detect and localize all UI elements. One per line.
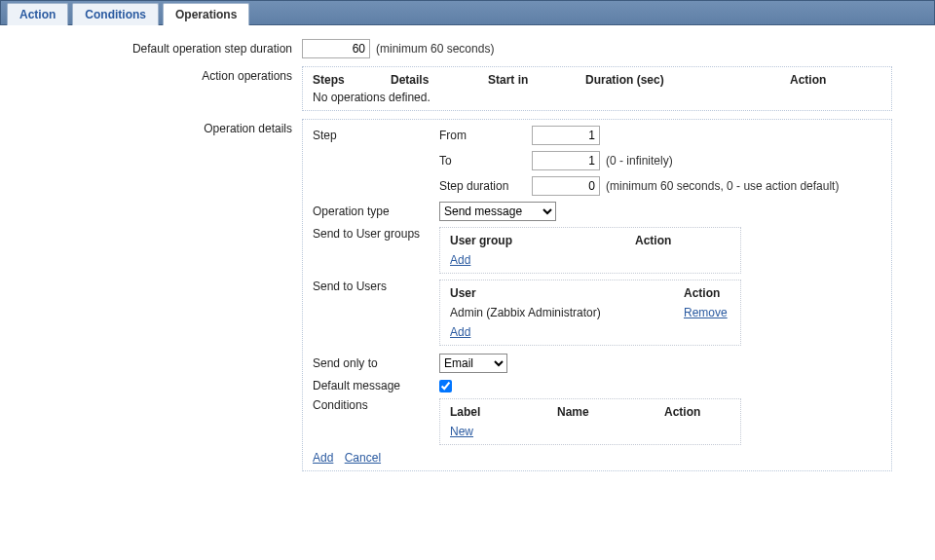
col-duration: Duration (sec) — [585, 73, 790, 87]
input-default-step-duration[interactable] — [302, 39, 370, 58]
user-groups-panel: User group Action Add — [439, 227, 741, 274]
link-cancel-operation[interactable]: Cancel — [345, 451, 381, 465]
col-ug-action: Action — [635, 234, 671, 247]
col-cond-label: Label — [450, 405, 557, 419]
no-operations-text: No operations defined. — [313, 91, 881, 104]
select-operation-type[interactable]: Send message — [439, 202, 556, 221]
label-default-message: Default message — [313, 379, 439, 392]
label-step-duration: Step duration — [439, 179, 532, 193]
label-from: From — [439, 129, 532, 142]
input-step-duration[interactable] — [532, 176, 600, 196]
action-operations-panel: Steps Details Start in Duration (sec) Ac… — [302, 66, 892, 111]
col-action: Action — [790, 73, 826, 87]
label-to: To — [439, 154, 532, 168]
hint-infinite: (0 - infinitely) — [606, 154, 673, 168]
user-name: Admin (Zabbix Administrator) — [450, 306, 684, 319]
input-step-from[interactable] — [532, 126, 600, 145]
label-send-user-groups: Send to User groups — [313, 227, 439, 241]
link-add-operation[interactable]: Add — [313, 451, 333, 465]
label-step: Step — [313, 129, 439, 142]
label-conditions: Conditions — [313, 398, 439, 412]
col-steps: Steps — [313, 73, 391, 87]
hint-step-duration: (minimum 60 seconds, 0 - use action defa… — [606, 179, 839, 193]
user-row: Admin (Zabbix Administrator) Remove — [450, 306, 730, 319]
label-default-step-duration: Default operation step duration — [19, 39, 302, 56]
link-add-user-group[interactable]: Add — [450, 253, 470, 267]
link-add-user[interactable]: Add — [450, 325, 470, 339]
label-send-users: Send to Users — [313, 280, 439, 293]
content-area: Default operation step duration (minimum… — [0, 25, 935, 493]
label-send-only-to: Send only to — [313, 356, 439, 370]
tab-operations[interactable]: Operations — [163, 3, 249, 25]
conditions-panel: Label Name Action New — [439, 398, 741, 445]
tab-conditions[interactable]: Conditions — [72, 3, 159, 25]
tab-bar: Action Conditions Operations — [0, 0, 935, 25]
tab-action[interactable]: Action — [7, 3, 68, 25]
col-cond-action: Action — [664, 405, 700, 419]
col-details: Details — [391, 73, 488, 87]
hint-min60: (minimum 60 seconds) — [376, 42, 494, 56]
col-user-group: User group — [450, 234, 635, 247]
input-step-to[interactable] — [532, 151, 600, 170]
users-panel: User Action Admin (Zabbix Administrator)… — [439, 280, 741, 346]
label-operation-details: Operation details — [19, 119, 302, 135]
col-cond-name: Name — [557, 405, 664, 419]
operation-details-panel: Step From To (0 - infinitely) — [302, 119, 892, 471]
select-send-only-to[interactable]: Email — [439, 354, 507, 373]
link-new-condition[interactable]: New — [450, 425, 473, 438]
link-remove-user[interactable]: Remove — [684, 306, 728, 319]
col-start-in: Start in — [488, 73, 585, 87]
label-operation-type: Operation type — [313, 205, 439, 218]
checkbox-default-message[interactable] — [439, 380, 452, 392]
col-user-action: Action — [684, 286, 720, 300]
label-action-operations: Action operations — [19, 66, 302, 83]
col-user: User — [450, 286, 684, 300]
